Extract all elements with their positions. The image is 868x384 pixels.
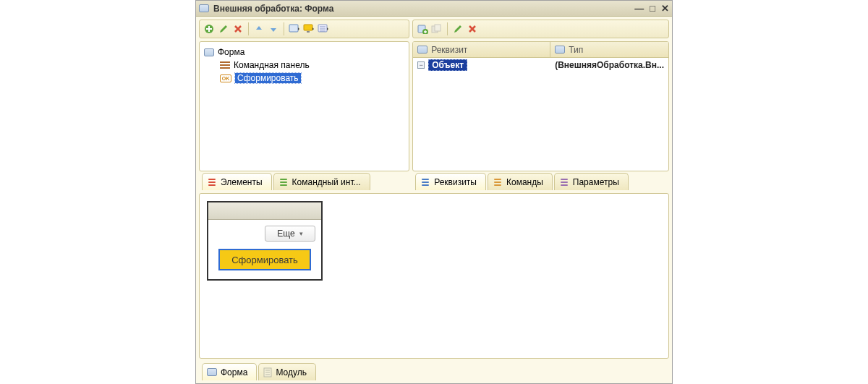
list-view-icon[interactable]: [318, 23, 329, 35]
add-group-icon[interactable]: [417, 23, 428, 35]
workarea: Форма Командная панель OK Сформировать: [196, 17, 672, 383]
delete-icon[interactable]: [232, 23, 244, 35]
top-panels: Форма Командная панель OK Сформировать: [199, 20, 669, 190]
tab-label: Параметры: [573, 177, 619, 187]
tab-label: Форма: [221, 367, 247, 377]
close-button[interactable]: ✕: [661, 3, 669, 14]
form-icon: [204, 48, 214, 56]
separator: [447, 22, 448, 35]
tab-parameters[interactable]: Параметры: [554, 173, 629, 190]
svg-rect-8: [435, 25, 441, 31]
elements-toolbar: [199, 20, 409, 38]
minimize-button[interactable]: —: [634, 3, 644, 14]
attributes-panel: Реквизит Тип − Объект (Внешня: [412, 20, 669, 190]
tab-form[interactable]: Форма: [202, 363, 257, 380]
attributes-grid-body: Реквизит Тип − Объект (Внешня: [412, 41, 669, 171]
preview-body: Еще Сформировать: [208, 220, 321, 279]
more-label: Еще: [277, 229, 294, 239]
editor-bottom-tabs: Форма Модуль: [199, 362, 669, 380]
svg-rect-2: [304, 25, 312, 30]
object-label: Объект: [428, 59, 467, 71]
delete-icon[interactable]: [467, 23, 478, 35]
add-icon[interactable]: [203, 23, 215, 35]
column-attribute[interactable]: Реквизит: [413, 42, 550, 57]
form-preview-window[interactable]: Еще Сформировать: [207, 201, 323, 281]
tab-command-interface[interactable]: Командный инт...: [273, 173, 370, 190]
preview-titlebar: [208, 202, 321, 220]
generate-label: Сформировать: [231, 255, 298, 265]
cmd-interface-tab-icon: [278, 177, 289, 187]
titlebar: Внешняя обработка: Форма — □ ✕: [196, 1, 672, 17]
column-label: Реквизит: [431, 45, 467, 55]
tree-label: Форма: [218, 47, 244, 57]
tab-label: Элементы: [221, 177, 263, 187]
form-icon: [555, 46, 565, 54]
tree-label: Сформировать: [235, 73, 301, 83]
tab-commands[interactable]: Команды: [488, 173, 553, 190]
copy-icon[interactable]: [431, 23, 443, 35]
edit-icon[interactable]: [218, 23, 229, 35]
ok-button-icon: OK: [220, 74, 231, 82]
tree-generate-button[interactable]: OK Сформировать: [203, 72, 406, 85]
window-title: Внешняя обработка: Форма: [213, 4, 630, 14]
column-label: Тип: [569, 45, 583, 55]
form-editor-window: Внешняя обработка: Форма — □ ✕: [195, 0, 673, 384]
tree-root-form[interactable]: Форма: [203, 46, 406, 59]
cell-type: (ВнешняяОбработка.Вн...: [550, 60, 668, 70]
tab-label: Модуль: [276, 367, 307, 377]
form-icon: [417, 46, 427, 54]
commands-tab-icon: [493, 177, 503, 187]
command-panel-icon: [220, 61, 230, 69]
tree-label: Командная панель: [234, 60, 310, 70]
separator: [284, 22, 284, 35]
tree-cmd-panel[interactable]: Командная панель: [203, 59, 406, 72]
parameters-tab-icon: [559, 177, 569, 187]
attributes-tab-icon: [420, 177, 430, 187]
module-icon: [263, 367, 272, 377]
column-type[interactable]: Тип: [550, 42, 668, 57]
tab-label: Реквизиты: [434, 177, 477, 187]
elements-tab-icon: [207, 177, 217, 187]
collapse-icon[interactable]: −: [417, 61, 425, 69]
more-button[interactable]: Еще: [265, 226, 315, 242]
form-icon: [207, 368, 217, 376]
attribute-row[interactable]: − Объект (ВнешняяОбработка.Вн...: [413, 58, 668, 72]
maximize-button[interactable]: □: [650, 3, 655, 14]
window-controls: — □ ✕: [634, 3, 669, 14]
svg-rect-3: [307, 31, 310, 33]
move-down-icon[interactable]: [268, 23, 279, 35]
tab-elements[interactable]: Элементы: [202, 173, 272, 190]
attributes-toolbar: [412, 20, 669, 38]
monitor-icon[interactable]: [303, 23, 315, 35]
separator: [248, 22, 249, 35]
attributes-grid-header: Реквизит Тип: [413, 42, 668, 58]
form-view-icon[interactable]: [289, 23, 300, 35]
type-value: (ВнешняяОбработка.Вн...: [555, 60, 664, 70]
generate-button[interactable]: Сформировать: [218, 249, 311, 270]
move-up-icon[interactable]: [253, 23, 265, 35]
edit-icon[interactable]: [452, 23, 464, 35]
tab-label: Команды: [506, 177, 543, 187]
elements-tree[interactable]: Форма Командная панель OK Сформировать: [200, 42, 409, 88]
attributes-panel-tabs: Реквизиты Команды Параметры: [412, 171, 669, 190]
elements-panel: Форма Командная панель OK Сформировать: [199, 20, 409, 190]
elements-tree-body: Форма Командная панель OK Сформировать: [199, 41, 409, 171]
elements-panel-tabs: Элементы Командный инт...: [199, 171, 409, 190]
tab-module[interactable]: Модуль: [258, 363, 316, 380]
svg-rect-1: [289, 25, 298, 32]
form-preview-area: Еще Сформировать: [199, 193, 669, 359]
form-icon: [199, 4, 209, 12]
tab-label: Командный инт...: [292, 177, 361, 187]
tab-attributes[interactable]: Реквизиты: [415, 173, 486, 190]
cell-attribute: − Объект: [413, 59, 550, 71]
